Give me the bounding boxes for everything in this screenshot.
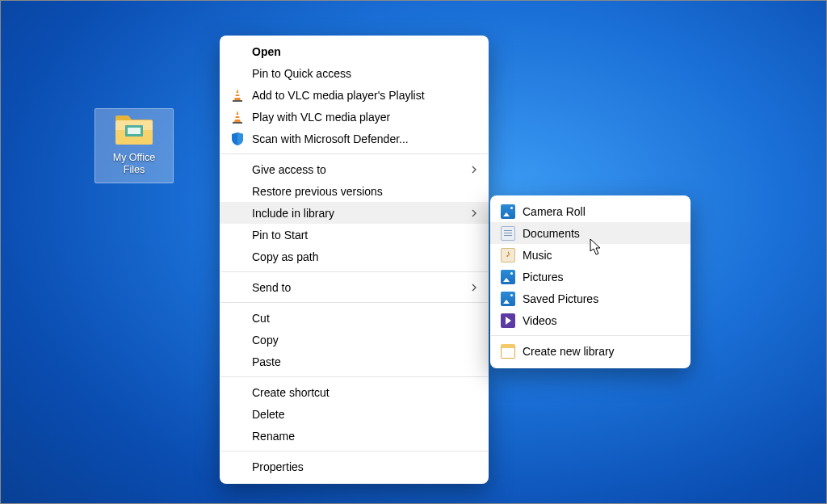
submenu-item-pictures[interactable]: Pictures — [490, 266, 691, 288]
menu-item-label: Add to VLC media player's Playlist — [252, 89, 477, 102]
menu-separator — [220, 376, 488, 377]
menu-separator — [220, 451, 488, 452]
menu-item-label: Videos — [523, 314, 679, 327]
menu-item-include-in-library[interactable]: Include in library — [220, 202, 489, 224]
menu-item-give-access-to[interactable]: Give access to — [220, 158, 489, 180]
library-music-icon — [500, 247, 516, 263]
submenu-item-music[interactable]: Music — [490, 244, 691, 266]
chevron-right-icon — [471, 163, 477, 176]
menu-item-label: Copy as path — [252, 250, 477, 263]
menu-item-defender-scan[interactable]: Scan with Microsoft Defender... — [220, 128, 489, 149]
menu-item-label: Delete — [252, 408, 477, 421]
menu-item-label: Rename — [252, 430, 477, 443]
menu-item-pin-quick-access[interactable]: Pin to Quick access — [220, 62, 489, 84]
svg-rect-5 — [235, 115, 240, 116]
desktop-folder-my-office-files[interactable]: My Office Files — [95, 108, 173, 183]
menu-item-label: Music — [523, 249, 679, 262]
menu-separator — [491, 335, 690, 336]
menu-item-pin-to-start[interactable]: Pin to Start — [220, 224, 489, 246]
menu-item-delete[interactable]: Delete — [220, 403, 489, 425]
include-in-library-submenu: Camera Roll Documents Music Pictures Sav… — [490, 195, 691, 368]
menu-item-copy[interactable]: Copy — [220, 329, 489, 351]
desktop[interactable]: My Office Files Open Pin to Quick access… — [0, 0, 827, 504]
library-videos-icon — [500, 313, 516, 329]
menu-item-properties[interactable]: Properties — [220, 456, 489, 477]
menu-separator — [220, 302, 488, 303]
menu-item-label: Properties — [252, 460, 477, 473]
svg-rect-2 — [235, 93, 240, 94]
menu-item-label: Saved Pictures — [523, 292, 679, 305]
svg-rect-4 — [233, 100, 242, 102]
menu-item-label: Camera Roll — [523, 205, 679, 218]
library-new-icon — [500, 343, 516, 359]
menu-item-label: Pin to Start — [252, 229, 477, 242]
menu-item-send-to[interactable]: Send to — [220, 276, 489, 298]
submenu-item-create-new-library[interactable]: Create new library — [490, 340, 691, 362]
submenu-item-documents[interactable]: Documents — [490, 222, 691, 244]
submenu-item-saved-pictures[interactable]: Saved Pictures — [490, 288, 691, 309]
submenu-item-camera-roll[interactable]: Camera Roll — [490, 200, 691, 222]
library-documents-icon — [500, 225, 516, 242]
menu-item-create-shortcut[interactable]: Create shortcut — [220, 381, 489, 403]
menu-item-label: Play with VLC media player — [252, 111, 477, 124]
menu-item-cut[interactable]: Cut — [220, 307, 489, 329]
svg-rect-7 — [233, 122, 242, 124]
menu-item-label: Documents — [523, 227, 679, 240]
menu-separator — [220, 153, 488, 154]
menu-item-label: Pin to Quick access — [252, 67, 477, 80]
shield-icon — [229, 131, 246, 147]
menu-item-label: Include in library — [252, 207, 464, 220]
menu-item-paste[interactable]: Paste — [220, 351, 489, 372]
menu-item-label: Pictures — [523, 271, 679, 284]
folder-icon — [114, 114, 154, 146]
menu-item-label: Give access to — [252, 163, 464, 176]
menu-item-label: Restore previous versions — [252, 185, 477, 198]
library-pictures-icon — [500, 291, 516, 307]
library-pictures-icon — [500, 204, 516, 220]
svg-rect-3 — [235, 96, 241, 98]
menu-item-vlc-add-playlist[interactable]: Add to VLC media player's Playlist — [220, 84, 489, 106]
library-pictures-icon — [500, 269, 516, 285]
menu-item-open[interactable]: Open — [220, 40, 489, 62]
desktop-folder-label: My Office Files — [95, 152, 173, 176]
menu-item-restore-previous-versions[interactable]: Restore previous versions — [220, 180, 489, 202]
vlc-cone-icon — [229, 87, 246, 103]
svg-rect-6 — [235, 118, 241, 120]
vlc-cone-icon — [229, 109, 246, 125]
menu-item-label: Send to — [252, 281, 464, 294]
chevron-right-icon — [471, 281, 477, 294]
chevron-right-icon — [471, 207, 477, 220]
menu-separator — [220, 271, 488, 272]
submenu-item-videos[interactable]: Videos — [490, 309, 691, 331]
menu-item-label: Cut — [252, 312, 477, 325]
menu-item-label: Copy — [252, 334, 477, 346]
menu-item-vlc-play[interactable]: Play with VLC media player — [220, 106, 489, 128]
menu-item-label: Create shortcut — [252, 386, 477, 399]
menu-item-label: Paste — [252, 355, 477, 368]
menu-item-copy-as-path[interactable]: Copy as path — [220, 246, 489, 267]
menu-item-label: Create new library — [523, 345, 679, 358]
svg-rect-1 — [128, 128, 141, 134]
menu-item-label: Scan with Microsoft Defender... — [252, 132, 477, 145]
menu-item-rename[interactable]: Rename — [220, 425, 489, 447]
context-menu: Open Pin to Quick access Add to VLC medi… — [220, 36, 489, 484]
menu-item-label: Open — [252, 45, 477, 58]
